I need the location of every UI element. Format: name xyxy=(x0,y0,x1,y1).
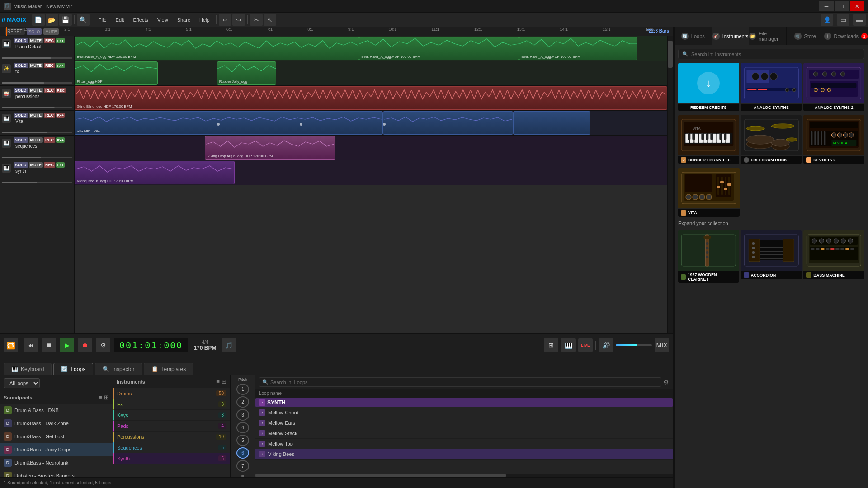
right-tab-filemanager[interactable]: 📁 File manager xyxy=(749,27,787,45)
right-tab-downloads[interactable]: ⬇ Downloads 1 xyxy=(824,27,868,45)
track-1-rec[interactable]: REC xyxy=(44,38,55,43)
clip-1-3[interactable]: Beat Rider_A_ogg.HDP 100:00 BPM xyxy=(519,37,637,60)
vertical-scrollbar[interactable] xyxy=(667,36,673,333)
track-3-volume[interactable] xyxy=(2,107,72,108)
loop-item-viking-bees[interactable]: ♪ Viking Bees xyxy=(255,449,673,460)
card-redeem-credits[interactable]: ↓ REDEEM CREDITS xyxy=(678,63,739,111)
track-1-volume[interactable] xyxy=(2,57,72,59)
track-5-solo[interactable]: SOLO xyxy=(14,137,28,143)
save-button[interactable]: 💾 xyxy=(59,14,72,26)
piano-roll-button[interactable]: 🎹 xyxy=(561,338,576,352)
soundpool-item-dnb[interactable]: D Drum & Bass - DNB xyxy=(0,404,113,417)
track-6-fx[interactable]: FX+ xyxy=(56,162,65,168)
instr-item-pads[interactable]: Pads 4 xyxy=(113,421,230,432)
instr-sort-button[interactable]: ≡ xyxy=(216,378,220,385)
stop-button[interactable]: ⏹ xyxy=(42,338,56,352)
loop-button[interactable]: 🔁 xyxy=(4,338,18,352)
track-6-rec[interactable]: REC xyxy=(44,162,55,168)
track-4-mute[interactable]: MUTE xyxy=(29,113,43,118)
instr-item-synth[interactable]: Synth 5 xyxy=(113,453,230,464)
collapse-button[interactable]: ▬ xyxy=(853,14,866,26)
grid-view-button[interactable]: ⊞ xyxy=(544,338,558,352)
card-bass-machine[interactable]: BASS MACHINE xyxy=(803,230,864,283)
track-3-mute[interactable]: MUTE xyxy=(29,88,43,93)
clip-3-1[interactable]: Gling Bling_ogg.HDP 176:00 BPM xyxy=(75,86,667,110)
loop-settings-button[interactable]: ⚙ xyxy=(663,379,669,386)
soundpools-sort-button[interactable]: ≡ xyxy=(99,394,102,401)
volume-slider[interactable] xyxy=(616,344,652,346)
vol-mute-button[interactable]: 🔊 xyxy=(599,338,613,352)
pitch-4[interactable]: 4 xyxy=(236,422,249,433)
tab-loops[interactable]: 🔄 Loops xyxy=(53,363,93,375)
track-1-solo[interactable]: SOLO xyxy=(14,38,28,43)
card-accordion[interactable]: ACCORDION xyxy=(741,230,802,283)
track-2-fx[interactable]: FX+ xyxy=(56,63,65,68)
loop-item-mellow-stack[interactable]: ♪ Mellow Stack xyxy=(255,428,673,439)
track-2-mute[interactable]: MUTE xyxy=(29,63,43,68)
record-button[interactable]: ⏺ xyxy=(78,338,92,352)
menu-view[interactable]: View xyxy=(153,15,173,24)
clip-4-1[interactable]: Vita.MID · Vita xyxy=(75,111,383,135)
rewind-button[interactable]: ⏮ xyxy=(24,338,38,352)
track-5-volume[interactable] xyxy=(2,157,72,158)
right-tab-store[interactable]: 🛒 Store xyxy=(787,27,824,45)
pitch-7[interactable]: 7 xyxy=(236,460,249,471)
track-5-mute[interactable]: MUTE xyxy=(29,137,43,143)
track-2-rec[interactable]: REC xyxy=(44,63,55,68)
clip-5-1[interactable]: Viking Drop Arg 6_ogg.HDP 170:00 BPM xyxy=(205,136,335,160)
card-clarinet[interactable]: 1957 WOODEN CLARINET xyxy=(678,230,739,283)
instr-item-perc[interactable]: Percussions 10 xyxy=(113,432,230,442)
track-5-fx[interactable]: FX+ xyxy=(56,137,65,143)
card-revolta2[interactable]: REVOLTA REVOLTA 2 xyxy=(803,115,864,164)
tab-inspector[interactable]: 🔍 Inspector xyxy=(95,363,142,375)
settings-panel-button[interactable]: ▭ xyxy=(837,14,849,26)
menu-share[interactable]: Share xyxy=(173,15,195,24)
scrollbar-thumb[interactable] xyxy=(668,41,673,68)
right-tab-instruments[interactable]: 🎸 Instruments xyxy=(712,27,750,45)
card-analog-synths[interactable]: ANALOG SYNTHS xyxy=(741,63,802,111)
card-concert-grand[interactable]: VITA V CONCERT GRAND LE xyxy=(678,115,739,164)
minimize-button[interactable]: ─ xyxy=(819,1,834,11)
account-button[interactable]: 👤 xyxy=(821,14,833,26)
menu-edit[interactable]: Edit xyxy=(111,15,129,24)
mix-button[interactable]: MIX xyxy=(655,338,669,352)
pitch-1[interactable]: 1 xyxy=(236,384,249,395)
track-6-mute[interactable]: MUTE xyxy=(29,162,43,168)
loop-horizontal-scrollbar[interactable] xyxy=(255,474,673,477)
card-vita[interactable]: VITA xyxy=(678,168,740,217)
menu-effects[interactable]: Effects xyxy=(129,15,153,24)
track-1-fx[interactable]: FX+ xyxy=(56,38,65,43)
track-6-volume[interactable] xyxy=(2,182,72,183)
clip-4-2[interactable] xyxy=(383,111,513,135)
clip-2-2[interactable]: Rubber Jolly_ogg xyxy=(217,61,276,85)
instr-item-drums[interactable]: Drums 50 xyxy=(113,388,230,399)
cursor-tool[interactable]: ↖ xyxy=(264,14,276,26)
card-analog-synths2[interactable]: ANALOG SYNTHS 2 xyxy=(803,63,864,111)
clip-2-1[interactable]: Flitter_ogg.HDP xyxy=(75,61,158,85)
pitch-6[interactable]: 6 xyxy=(236,447,249,459)
soundpool-item-juicy[interactable]: D Drum&Bass - Juicy Drops xyxy=(0,443,113,456)
loop-search-input[interactable] xyxy=(270,380,658,385)
new-button[interactable]: 📄 xyxy=(32,14,45,26)
track-6-solo[interactable]: SOLO xyxy=(14,162,28,168)
clip-1-1[interactable]: Beat Rider_A_ogg.HDP 100:00 BPM xyxy=(75,37,359,60)
play-button[interactable]: ▶ xyxy=(60,338,74,352)
soundpool-item-brostep[interactable]: D Dubstep - Brostep Bangers xyxy=(0,469,113,477)
metronome-button[interactable]: 🎵 xyxy=(222,338,236,352)
right-search-input[interactable] xyxy=(691,52,860,57)
redo-button[interactable]: ↪ xyxy=(232,14,245,26)
soundpool-item-dark[interactable]: D Drum&Bass - Dark Zone xyxy=(0,417,113,430)
pitch-3[interactable]: 3 xyxy=(236,409,249,420)
track-1-mute[interactable]: MUTE xyxy=(29,38,43,43)
soundpool-item-neuro[interactable]: D Drum&Bass - Neurofunk xyxy=(0,456,113,469)
loop-item-mellow-top[interactable]: ♪ Mellow Top xyxy=(255,439,673,449)
instr-view-button[interactable]: ⊞ xyxy=(222,378,226,385)
loop-scrollbar-thumb[interactable] xyxy=(255,474,506,477)
pitch-2[interactable]: 2 xyxy=(236,396,249,408)
instr-item-keys[interactable]: Keys 3 xyxy=(113,410,230,421)
transport-settings-button[interactable]: ⚙ xyxy=(96,338,110,352)
track-3-rec[interactable]: REC xyxy=(44,88,55,93)
tab-keyboard[interactable]: 🎹 Keyboard xyxy=(4,363,52,375)
open-button[interactable]: 📂 xyxy=(46,14,58,26)
clip-6-1[interactable]: Viking Bee_6_ogg.HDP 70:00 BPM xyxy=(75,161,235,184)
